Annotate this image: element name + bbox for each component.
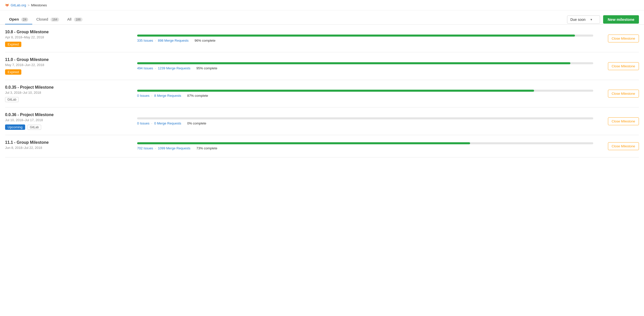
milestone-dates: May 7, 2018–Jun 22, 2018 bbox=[5, 63, 132, 67]
mr-link[interactable]: 1099 Merge Requests bbox=[158, 146, 190, 150]
close-milestone-button[interactable]: Close Milestone bbox=[608, 90, 639, 98]
milestone-info: 11.1 - Group Milestone Jun 8, 2018–Jul 2… bbox=[5, 140, 132, 152]
progress-bar-wrap bbox=[137, 142, 593, 144]
mr-link[interactable]: 1239 Merge Requests bbox=[158, 66, 190, 70]
milestone-title: 0.0.35 - Project Milestone bbox=[5, 85, 132, 90]
sort-label: Due soon bbox=[570, 18, 586, 22]
milestone-progress: 0 Issues · 0 Merge Requests 0% complete bbox=[137, 117, 593, 125]
tab-all-label: All bbox=[67, 17, 72, 21]
complete-pct: 73% complete bbox=[196, 146, 217, 150]
milestone-item: 11.0 - Group Milestone May 7, 2018–Jun 2… bbox=[5, 52, 639, 80]
new-milestone-button[interactable]: New milestone bbox=[603, 15, 639, 24]
issues-link[interactable]: 335 Issues bbox=[137, 39, 153, 42]
progress-bar-wrap bbox=[137, 62, 593, 64]
milestone-info: 0.0.36 - Project Milestone Jul 10, 2018–… bbox=[5, 113, 132, 130]
mr-link[interactable]: 898 Merge Requests bbox=[158, 39, 189, 42]
milestone-progress: 335 Issues · 898 Merge Requests 96% comp… bbox=[137, 35, 593, 42]
issues-link[interactable]: 0 Issues bbox=[137, 121, 149, 125]
tabs: Open 24 Closed 164 All 186 bbox=[5, 14, 87, 24]
progress-bar-wrap bbox=[137, 35, 593, 37]
close-milestone-button[interactable]: Close Milestone bbox=[608, 35, 639, 42]
mr-link[interactable]: 0 Merge Requests bbox=[154, 121, 181, 125]
close-milestone-button[interactable]: Close Milestone bbox=[608, 142, 639, 150]
breadcrumb-separator: > bbox=[28, 3, 30, 7]
milestone-actions: Close Milestone bbox=[598, 62, 639, 70]
close-milestone-button[interactable]: Close Milestone bbox=[608, 117, 639, 125]
milestone-actions: Close Milestone bbox=[598, 90, 639, 98]
breadcrumb: GitLab.org > Milestones bbox=[0, 0, 644, 10]
milestone-progress: 494 Issues · 1239 Merge Requests 95% com… bbox=[137, 62, 593, 70]
milestone-title: 11.1 - Group Milestone bbox=[5, 140, 132, 145]
milestone-item: 11.1 - Group Milestone Jun 8, 2018–Jul 2… bbox=[5, 135, 639, 157]
milestone-info: 0.0.35 - Project Milestone Jul 3, 2018–J… bbox=[5, 85, 132, 102]
header-right: Due soon ▼ New milestone bbox=[567, 15, 639, 24]
close-milestone-button[interactable]: Close Milestone bbox=[608, 62, 639, 70]
mr-link[interactable]: 8 Merge Requests bbox=[154, 94, 181, 98]
milestone-progress: 702 Issues · 1099 Merge Requests 73% com… bbox=[137, 142, 593, 150]
progress-bar-fill bbox=[137, 142, 470, 144]
milestone-stats: 494 Issues · 1239 Merge Requests 95% com… bbox=[137, 66, 593, 70]
milestone-actions: Close Milestone bbox=[598, 35, 639, 42]
expired-badge: Expired bbox=[5, 42, 21, 47]
complete-pct: 87% complete bbox=[187, 94, 208, 98]
progress-bar-wrap bbox=[137, 90, 593, 92]
milestone-stats: 0 Issues · 8 Merge Requests 87% complete bbox=[137, 94, 593, 98]
milestone-stats: 335 Issues · 898 Merge Requests 96% comp… bbox=[137, 39, 593, 42]
issues-link[interactable]: 702 Issues bbox=[137, 146, 153, 150]
issues-link[interactable]: 0 Issues bbox=[137, 94, 149, 98]
milestone-actions: Close Milestone bbox=[598, 142, 639, 150]
tab-open-label: Open bbox=[9, 17, 19, 21]
milestone-title: 11.0 - Group Milestone bbox=[5, 57, 132, 62]
progress-bar-fill bbox=[137, 62, 570, 64]
progress-bar-wrap bbox=[137, 117, 593, 119]
milestone-item: 10.8 - Group Milestone Apr 8, 2018–May 2… bbox=[5, 25, 639, 52]
milestone-actions: Close Milestone bbox=[598, 117, 639, 125]
progress-bar-fill bbox=[137, 90, 534, 92]
progress-bar-fill bbox=[137, 35, 575, 37]
milestone-stats: 0 Issues · 0 Merge Requests 0% complete bbox=[137, 121, 593, 125]
milestone-progress: 0 Issues · 8 Merge Requests 87% complete bbox=[137, 90, 593, 98]
milestone-item: 0.0.35 - Project Milestone Jul 3, 2018–J… bbox=[5, 80, 639, 107]
upcoming-badge: Upcoming bbox=[5, 124, 25, 130]
expired-badge: Expired bbox=[5, 69, 21, 75]
tab-closed[interactable]: Closed 164 bbox=[32, 14, 63, 24]
milestone-dates: Apr 8, 2018–May 22, 2018 bbox=[5, 35, 132, 39]
tab-open[interactable]: Open 24 bbox=[5, 14, 32, 24]
tab-all-count: 186 bbox=[74, 18, 83, 22]
header-bar: Open 24 Closed 164 All 186 Due soon ▼ Ne… bbox=[0, 10, 644, 24]
milestone-title: 0.0.36 - Project Milestone bbox=[5, 113, 132, 117]
issues-link[interactable]: 494 Issues bbox=[137, 66, 153, 70]
complete-pct: 96% complete bbox=[195, 39, 215, 42]
gitlab-logo-icon bbox=[5, 3, 9, 7]
sort-dropdown[interactable]: Due soon ▼ bbox=[567, 15, 600, 24]
milestone-item: 0.0.36 - Project Milestone Jul 10, 2018–… bbox=[5, 107, 639, 135]
milestone-stats: 702 Issues · 1099 Merge Requests 73% com… bbox=[137, 146, 593, 150]
chevron-down-icon: ▼ bbox=[590, 18, 593, 21]
tab-closed-label: Closed bbox=[36, 17, 48, 21]
group-badge: GitLab bbox=[27, 125, 41, 130]
milestone-dates: Jun 8, 2018–Jul 22, 2018 bbox=[5, 146, 132, 150]
milestones-list: 10.8 - Group Milestone Apr 8, 2018–May 2… bbox=[0, 25, 644, 157]
tab-open-count: 24 bbox=[21, 18, 28, 22]
complete-pct: 0% complete bbox=[187, 121, 206, 125]
complete-pct: 95% complete bbox=[196, 66, 217, 70]
breadcrumb-page: Milestones bbox=[31, 3, 47, 7]
breadcrumb-org[interactable]: GitLab.org bbox=[11, 3, 26, 7]
group-badge: GitLab bbox=[5, 97, 19, 102]
milestone-info: 10.8 - Group Milestone Apr 8, 2018–May 2… bbox=[5, 30, 132, 47]
milestone-dates: Jul 3, 2018–Jul 10, 2018 bbox=[5, 91, 132, 94]
milestone-title: 10.8 - Group Milestone bbox=[5, 30, 132, 34]
tab-closed-count: 164 bbox=[51, 18, 59, 22]
tab-all[interactable]: All 186 bbox=[63, 14, 87, 24]
milestone-info: 11.0 - Group Milestone May 7, 2018–Jun 2… bbox=[5, 57, 132, 75]
milestone-dates: Jul 10, 2018–Jul 17, 2018 bbox=[5, 118, 132, 122]
